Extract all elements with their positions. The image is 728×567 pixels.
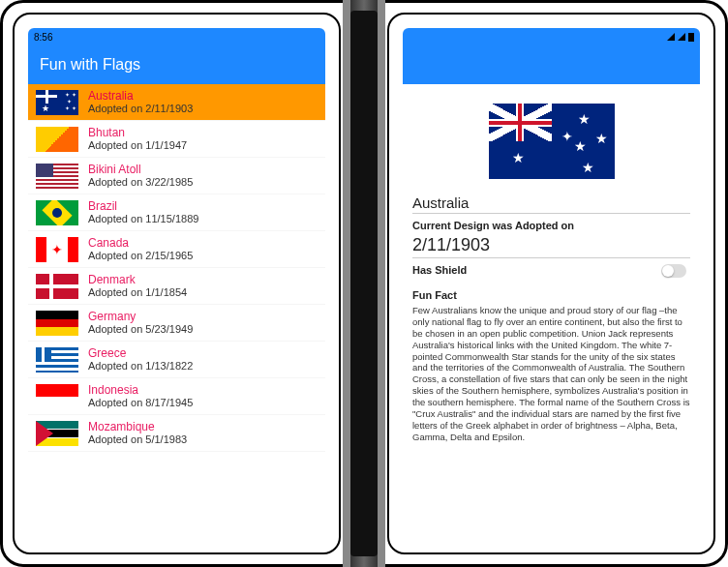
country-name: Bikini Atoll xyxy=(88,163,193,176)
flag-icon xyxy=(36,311,78,336)
adopted-text: Adopted on 11/15/1889 xyxy=(88,213,198,225)
flag-icon xyxy=(36,347,78,373)
adopted-text: Adopted on 2/15/1965 xyxy=(88,250,193,262)
adopted-text: Adopted on 5/23/1949 xyxy=(88,323,193,336)
flag-icon xyxy=(36,274,78,299)
wifi-icon xyxy=(667,33,675,41)
detail-pane: ★★★★★✦ Australia Current Design was Adop… xyxy=(403,84,700,539)
flag-icon xyxy=(36,200,78,225)
country-name: Indonesia xyxy=(88,383,193,397)
country-name: Australia xyxy=(88,89,193,103)
adopted-text: Adopted on 8/17/1945 xyxy=(88,397,193,409)
country-name: Canada xyxy=(88,236,193,250)
app-bar: Fun with Flags xyxy=(28,45,325,84)
adopted-text: Adopted on 5/1/1983 xyxy=(88,433,187,446)
country-list[interactable]: ✦ ✦ ✦ ✦ ✦AustraliaAdopted on 2/11/1903Bh… xyxy=(28,84,325,539)
signal-icon xyxy=(678,33,685,41)
fun-fact-label: Fun Fact xyxy=(412,289,690,301)
flag-icon xyxy=(36,421,78,446)
country-name: Germany xyxy=(88,310,193,323)
list-item-bhutan[interactable]: BhutanAdopted on 1/1/1947 xyxy=(28,121,325,158)
has-shield-toggle[interactable] xyxy=(661,264,686,278)
battery-icon xyxy=(688,33,694,42)
adopted-date[interactable]: 2/11/1903 xyxy=(412,233,690,258)
flag-icon: ✦ ✦ ✦ ✦ ✦ xyxy=(36,90,78,115)
adopted-label: Current Design was Adopted on xyxy=(412,220,690,231)
has-shield-label: Has Shield xyxy=(412,264,467,276)
country-name: Mozambique xyxy=(88,420,187,433)
list-item-denmark[interactable]: DenmarkAdopted on 1/1/1854 xyxy=(28,268,325,305)
adopted-text: Adopted on 1/1/1854 xyxy=(88,286,187,299)
status-time: 8:56 xyxy=(34,32,52,43)
adopted-text: Adopted on 1/13/1822 xyxy=(88,360,193,373)
adopted-text: Adopted on 3/22/1985 xyxy=(88,176,193,189)
adopted-text: Adopted on 1/1/1947 xyxy=(88,139,187,152)
flag-icon: ✦ xyxy=(36,237,78,262)
list-item-germany[interactable]: GermanyAdopted on 5/23/1949 xyxy=(28,305,325,342)
country-name: Denmark xyxy=(88,273,187,286)
flag-icon xyxy=(36,384,78,409)
list-item-greece[interactable]: GreeceAdopted on 1/13/1822 xyxy=(28,342,325,378)
list-item-australia[interactable]: ✦ ✦ ✦ ✦ ✦AustraliaAdopted on 2/11/1903 xyxy=(28,84,325,121)
app-bar-right xyxy=(403,45,700,84)
app-title: Fun with Flags xyxy=(40,56,140,74)
flag-icon xyxy=(36,127,78,152)
detail-country-name[interactable]: Australia xyxy=(412,193,690,214)
list-item-bikini-atoll[interactable]: Bikini AtollAdopted on 3/22/1985 xyxy=(28,158,325,194)
country-name: Brazil xyxy=(88,199,198,213)
device-hinge xyxy=(343,3,385,564)
list-item-canada[interactable]: ✦CanadaAdopted on 2/15/1965 xyxy=(28,231,325,268)
detail-flag: ★★★★★✦ xyxy=(489,104,615,179)
list-item-indonesia[interactable]: IndonesiaAdopted on 8/17/1945 xyxy=(28,378,325,415)
fun-fact-text: Few Australians know the unique and prou… xyxy=(412,305,690,443)
list-item-mozambique[interactable]: MozambiqueAdopted on 5/1/1983 xyxy=(28,415,325,452)
country-name: Bhutan xyxy=(88,126,187,139)
flag-icon xyxy=(36,164,78,189)
status-bar-right xyxy=(403,28,700,45)
list-item-brazil[interactable]: BrazilAdopted on 11/15/1889 xyxy=(28,194,325,231)
status-bar-left: 8:56 xyxy=(28,28,325,45)
adopted-text: Adopted on 2/11/1903 xyxy=(88,103,193,115)
country-name: Greece xyxy=(88,346,193,360)
